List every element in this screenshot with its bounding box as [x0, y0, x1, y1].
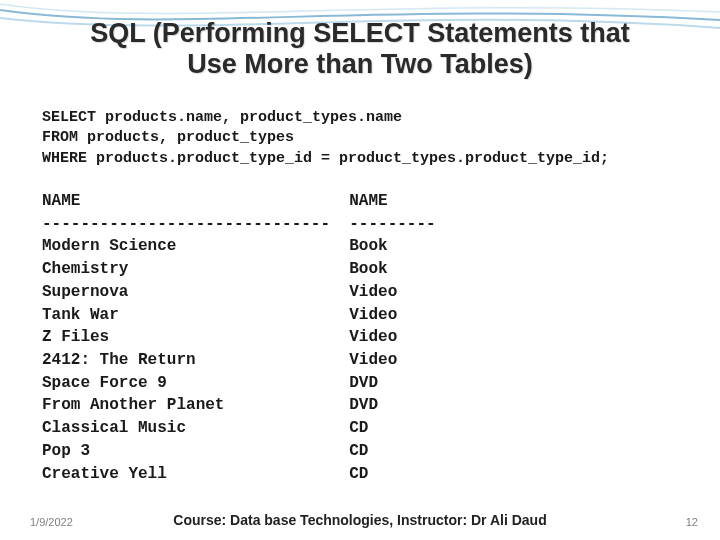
title-line-1: SQL (Performing SELECT Statements that: [90, 18, 630, 48]
footer-page-number: 12: [686, 516, 698, 528]
sql-line-1: SELECT products.name, product_types.name: [42, 109, 402, 126]
table-row: Creative Yell CD: [42, 465, 368, 483]
sql-query-block: SELECT products.name, product_types.name…: [42, 108, 609, 169]
title-line-2: Use More than Two Tables): [187, 49, 533, 79]
table-row: Tank War Video: [42, 306, 397, 324]
table-row: Chemistry Book: [42, 260, 388, 278]
results-header: NAME NAME: [42, 192, 388, 210]
table-row: Classical Music CD: [42, 419, 368, 437]
footer-course: Course: Data base Technologies, Instruct…: [0, 512, 720, 528]
table-row: Z Files Video: [42, 328, 397, 346]
table-row: Supernova Video: [42, 283, 397, 301]
table-row: 2412: The Return Video: [42, 351, 397, 369]
sql-line-2: FROM products, product_types: [42, 129, 294, 146]
table-row: Pop 3 CD: [42, 442, 368, 460]
slide: SQL (Performing SELECT Statements that U…: [0, 0, 720, 540]
table-row: Space Force 9 DVD: [42, 374, 378, 392]
query-results-block: NAME NAME ------------------------------…: [42, 190, 436, 485]
table-row: From Another Planet DVD: [42, 396, 378, 414]
table-row: Modern Science Book: [42, 237, 388, 255]
results-divider: ------------------------------ ---------: [42, 215, 436, 233]
sql-line-3: WHERE products.product_type_id = product…: [42, 150, 609, 167]
slide-title: SQL (Performing SELECT Statements that U…: [0, 18, 720, 80]
